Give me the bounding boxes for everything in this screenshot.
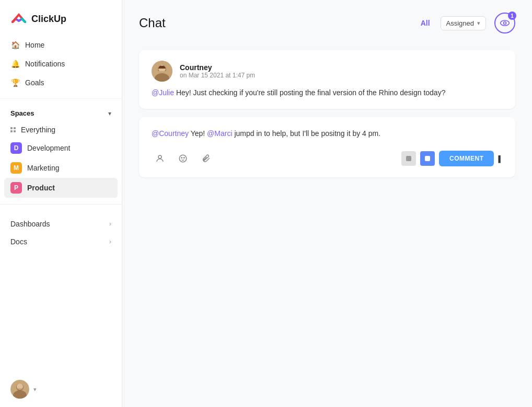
reply-mention-marci[interactable]: @Marci bbox=[207, 129, 232, 138]
spaces-header[interactable]: Spaces ▾ bbox=[4, 105, 118, 121]
sidebar-item-goals-label: Goals bbox=[25, 78, 44, 87]
user-avatar-icon bbox=[10, 380, 29, 399]
notification-bell[interactable]: 1 bbox=[494, 13, 515, 33]
chevron-down-icon: ▾ bbox=[108, 110, 111, 117]
user-dropdown-icon: ▾ bbox=[33, 386, 37, 393]
comment-button[interactable]: COMMENT bbox=[439, 151, 494, 166]
sidebar-item-product[interactable]: P Product bbox=[4, 178, 118, 198]
product-badge: P bbox=[10, 182, 22, 194]
assigned-chevron-icon: ▾ bbox=[477, 20, 480, 27]
reply-text-1: Yep! bbox=[191, 129, 207, 138]
spaces-section: Spaces ▾ Everything D Development M Mark… bbox=[0, 105, 122, 198]
spaces-label: Spaces bbox=[10, 109, 34, 117]
bell-icon: 🔔 bbox=[10, 59, 20, 69]
docs-label: Docs bbox=[10, 238, 27, 246]
sidebar-item-everything-label: Everything bbox=[21, 126, 55, 134]
filter-dropdown-assigned[interactable]: Assigned ▾ bbox=[441, 16, 486, 30]
sidebar-item-development-label: Development bbox=[27, 144, 71, 152]
svg-rect-15 bbox=[425, 156, 430, 161]
target-icon: 🏆 bbox=[10, 78, 20, 87]
svg-point-13 bbox=[184, 157, 185, 159]
message-card: Courtney on Mar 15 2021 at 1:47 pm @Juli… bbox=[139, 50, 515, 109]
message-body: @Julie Hey! Just checking if you're stil… bbox=[152, 87, 503, 98]
reply-body: @Courtney Yep! @Marci jumpd in to help, … bbox=[152, 128, 503, 139]
reply-actions: COMMENT bbox=[152, 150, 503, 167]
sidebar-divider bbox=[0, 98, 122, 99]
eye-icon bbox=[500, 18, 510, 28]
sidebar-item-notifications[interactable]: 🔔 Notifications bbox=[4, 54, 118, 73]
mention-julie[interactable]: @Julie bbox=[152, 88, 174, 97]
svg-rect-14 bbox=[406, 156, 411, 161]
sidebar-divider-2 bbox=[0, 204, 122, 205]
sidebar: ClickUp 🏠 Home 🔔 Notifications 🏆 Goals S… bbox=[0, 0, 122, 407]
docs-arrow-icon: › bbox=[109, 238, 111, 245]
user-icon bbox=[155, 154, 165, 163]
logo-text: ClickUp bbox=[31, 14, 66, 25]
development-badge: D bbox=[10, 142, 22, 154]
reply-mention-courtney[interactable]: @Courtney bbox=[152, 129, 189, 138]
smile-icon bbox=[178, 154, 188, 163]
dashboards-arrow-icon: › bbox=[109, 220, 111, 228]
notification-count: 1 bbox=[508, 12, 516, 20]
assigned-label: Assigned bbox=[446, 19, 474, 27]
sidebar-item-marketing-label: Marketing bbox=[27, 164, 59, 172]
sidebar-item-home-label: Home bbox=[25, 41, 44, 49]
marketing-badge: M bbox=[10, 162, 22, 174]
sidebar-item-home[interactable]: 🏠 Home bbox=[4, 36, 118, 54]
sidebar-item-dashboards[interactable]: Dashboards › bbox=[4, 215, 118, 233]
avatar bbox=[10, 380, 29, 399]
message-time: on Mar 15 2021 at 1:47 pm bbox=[180, 72, 255, 79]
attach-action-icon[interactable] bbox=[198, 150, 214, 167]
svg-point-5 bbox=[504, 22, 506, 25]
toolbar-btn-1[interactable] bbox=[401, 151, 416, 166]
sidebar-item-development[interactable]: D Development bbox=[4, 138, 118, 158]
reply-text-2: jumpd in to help, but I'll be positng it… bbox=[234, 129, 380, 138]
user-profile[interactable]: ▾ bbox=[0, 371, 122, 407]
sidebar-nav: 🏠 Home 🔔 Notifications 🏆 Goals bbox=[0, 36, 122, 92]
courtney-avatar-icon bbox=[152, 61, 172, 82]
emoji-action-icon[interactable] bbox=[175, 150, 191, 167]
sidebar-item-product-label: Product bbox=[27, 184, 55, 192]
page-title: Chat bbox=[139, 16, 408, 30]
user-action-icon[interactable] bbox=[152, 150, 168, 167]
main-content: Chat All Assigned ▾ 1 bbox=[122, 0, 532, 407]
message-header: Courtney on Mar 15 2021 at 1:47 pm bbox=[152, 61, 503, 82]
sidebar-item-marketing[interactable]: M Marketing bbox=[4, 158, 118, 178]
message-meta: Courtney on Mar 15 2021 at 1:47 pm bbox=[180, 63, 255, 79]
chat-header: Chat All Assigned ▾ 1 bbox=[122, 0, 532, 42]
reply-card: @Courtney Yep! @Marci jumpd in to help, … bbox=[139, 117, 515, 177]
toolbar-btn-2[interactable] bbox=[420, 151, 435, 166]
sidebar-item-notifications-label: Notifications bbox=[25, 60, 65, 68]
svg-point-4 bbox=[501, 20, 510, 26]
home-icon: 🏠 bbox=[10, 40, 20, 50]
toolbar-icon-2 bbox=[424, 155, 431, 162]
courtney-avatar bbox=[152, 61, 172, 82]
logo[interactable]: ClickUp bbox=[0, 0, 122, 36]
comment-toolbar: COMMENT bbox=[401, 151, 503, 166]
message-text: Hey! Just checking if you're still posti… bbox=[176, 88, 446, 97]
message-author: Courtney bbox=[180, 63, 255, 72]
svg-point-12 bbox=[181, 157, 182, 159]
sidebar-item-goals[interactable]: 🏆 Goals bbox=[4, 73, 118, 92]
grid-icon bbox=[10, 127, 16, 132]
svg-point-11 bbox=[179, 155, 187, 162]
sidebar-item-docs[interactable]: Docs › bbox=[4, 233, 118, 251]
chat-area: Courtney on Mar 15 2021 at 1:47 pm @Juli… bbox=[122, 42, 532, 407]
filter-tabs: All Assigned ▾ bbox=[417, 16, 486, 30]
sidebar-sections: Dashboards › Docs › bbox=[0, 215, 122, 251]
clickup-logo-icon bbox=[10, 10, 27, 27]
toolbar-icon-1 bbox=[406, 155, 412, 162]
filter-tab-all[interactable]: All bbox=[417, 17, 434, 29]
dashboards-label: Dashboards bbox=[10, 220, 50, 228]
cursor bbox=[498, 154, 503, 163]
paperclip-icon bbox=[201, 154, 211, 163]
sidebar-item-everything[interactable]: Everything bbox=[4, 121, 118, 138]
svg-point-10 bbox=[158, 155, 161, 159]
